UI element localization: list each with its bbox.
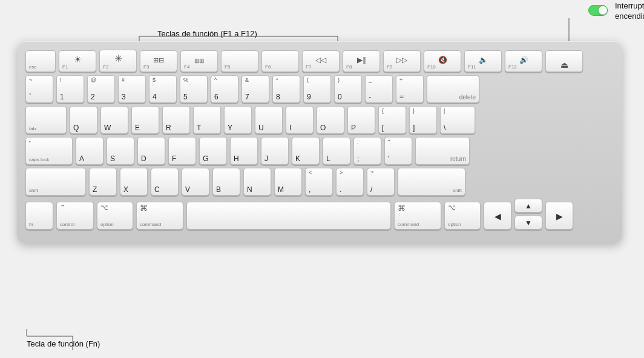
key-f6[interactable]: F6 xyxy=(261,50,299,72)
key-a[interactable]: A xyxy=(76,137,104,165)
key-t[interactable]: T xyxy=(193,106,221,134)
key-g[interactable]: G xyxy=(199,137,227,165)
asdf-row: • caps lock A S D F G H J K L : ; " ' re… xyxy=(25,137,614,165)
key-n[interactable]: N xyxy=(243,168,271,196)
key-arrow-down[interactable]: ▼ xyxy=(514,216,542,230)
key-space[interactable] xyxy=(186,202,391,230)
key-7[interactable]: & 7 xyxy=(242,75,269,103)
key-1[interactable]: ! 1 xyxy=(56,75,84,103)
key-eject[interactable]: ⏏ xyxy=(545,50,583,72)
key-h[interactable]: H xyxy=(230,137,258,165)
key-f11[interactable]: 🔈 F11 xyxy=(464,50,502,72)
key-e[interactable]: E xyxy=(131,106,159,134)
key-f10[interactable]: 🔇 F10 xyxy=(424,50,461,72)
key-0[interactable]: ) 0 xyxy=(334,75,362,103)
bottom-row: fn ⌃ control ⌥ option ⌘ command ⌘ comman… xyxy=(25,199,614,230)
key-5[interactable]: % 5 xyxy=(180,75,208,103)
key-f4[interactable]: ⊞⊞ F4 xyxy=(180,50,218,72)
arrow-up-down: ▲ ▼ xyxy=(514,199,542,230)
key-c[interactable]: C xyxy=(151,168,179,196)
toggle-knob xyxy=(599,6,607,15)
key-lbracket[interactable]: { [ xyxy=(378,106,406,134)
key-v[interactable]: V xyxy=(182,168,209,196)
key-f9[interactable]: ▷▷ F9 xyxy=(383,50,421,72)
key-f3[interactable]: ⊞⊟ F3 xyxy=(140,50,177,72)
key-delete[interactable]: delete xyxy=(427,75,479,103)
key-backtick[interactable]: ~ ` xyxy=(25,75,53,103)
key-backslash[interactable]: | \ xyxy=(440,106,475,134)
key-p[interactable]: P xyxy=(347,106,375,134)
function-keys-label: Teclas de función (F1 a F12) xyxy=(157,28,257,39)
key-shift-left[interactable]: shift xyxy=(25,168,86,196)
key-return[interactable]: return xyxy=(415,137,470,165)
key-control[interactable]: ⌃ control xyxy=(56,202,94,230)
key-minus[interactable]: _ - xyxy=(365,75,393,103)
key-f12[interactable]: 🔊 F12 xyxy=(505,50,542,72)
number-row: ~ ` ! 1 @ 2 # 3 $ 4 % 5 ^ 6 & 7 xyxy=(25,75,614,103)
fn-key-row: esc ☀ F1 ✳ F2 ⊞⊟ F3 ⊞⊞ F4 F5 F6 ◁◁ F7 ▶‖ xyxy=(25,50,614,72)
key-u[interactable]: U xyxy=(255,106,283,134)
key-rbracket[interactable]: } ] xyxy=(409,106,437,134)
key-8[interactable]: * 8 xyxy=(272,75,300,103)
key-arrow-right[interactable]: ▶ xyxy=(545,202,573,230)
key-command-right[interactable]: ⌘ command xyxy=(394,202,441,230)
key-slash[interactable]: ? / xyxy=(367,168,395,196)
key-m[interactable]: M xyxy=(274,168,302,196)
fn-key-label: Tecla de función (Fn) xyxy=(27,338,100,349)
key-2[interactable]: @ 2 xyxy=(87,75,115,103)
key-f5[interactable]: F5 xyxy=(221,50,258,72)
key-shift-right[interactable]: shift xyxy=(398,168,465,196)
key-i[interactable]: I xyxy=(286,106,314,134)
key-f8[interactable]: ▶‖ F8 xyxy=(343,50,380,72)
key-quote[interactable]: " ' xyxy=(384,137,412,165)
key-d[interactable]: D xyxy=(137,137,165,165)
key-esc[interactable]: esc xyxy=(25,50,56,72)
key-y[interactable]: Y xyxy=(224,106,252,134)
key-f1[interactable]: ☀ F1 xyxy=(59,50,96,72)
key-arrow-up[interactable]: ▲ xyxy=(514,199,542,213)
key-3[interactable]: # 3 xyxy=(118,75,146,103)
arrow-keys-cluster: ◀ ▲ ▼ ▶ xyxy=(484,199,573,230)
key-comma[interactable]: < , xyxy=(305,168,333,196)
zxcv-row: shift Z X C V B N M < , > . ? / shift xyxy=(25,168,614,196)
key-caps-lock[interactable]: • caps lock xyxy=(25,137,73,165)
key-equal[interactable]: + = xyxy=(396,75,424,103)
key-command-left[interactable]: ⌘ command xyxy=(136,202,183,230)
key-6[interactable]: ^ 6 xyxy=(211,75,238,103)
key-q[interactable]: Q xyxy=(70,106,97,134)
key-arrow-left[interactable]: ◀ xyxy=(484,202,511,230)
key-z[interactable]: Z xyxy=(89,168,117,196)
key-4[interactable]: $ 4 xyxy=(149,75,177,103)
key-f7[interactable]: ◁◁ F7 xyxy=(302,50,340,72)
key-s[interactable]: S xyxy=(107,137,134,165)
key-x[interactable]: X xyxy=(120,168,148,196)
key-w[interactable]: W xyxy=(100,106,128,134)
key-9[interactable]: ( 9 xyxy=(303,75,331,103)
key-l[interactable]: L xyxy=(323,137,350,165)
key-tab[interactable]: tab xyxy=(25,106,67,134)
key-k[interactable]: K xyxy=(292,137,320,165)
power-toggle-indicator: Interruptor de encendido y apagado xyxy=(588,5,608,16)
power-toggle-switch xyxy=(588,5,608,16)
qwerty-row: tab Q W E R T Y U I O P { [ } ] | \ xyxy=(25,106,614,134)
key-period[interactable]: > . xyxy=(336,168,364,196)
key-option-left[interactable]: ⌥ option xyxy=(97,202,133,230)
key-f[interactable]: F xyxy=(168,137,196,165)
power-label: Interruptor de encendido y apagado xyxy=(615,1,644,22)
key-j[interactable]: J xyxy=(261,137,289,165)
key-option-right[interactable]: ⌥ option xyxy=(444,202,481,230)
key-b[interactable]: B xyxy=(212,168,240,196)
key-fn[interactable]: fn xyxy=(25,202,53,230)
key-o[interactable]: O xyxy=(317,106,344,134)
key-semicolon[interactable]: : ; xyxy=(353,137,381,165)
keyboard: esc ☀ F1 ✳ F2 ⊞⊟ F3 ⊞⊞ F4 F5 F6 ◁◁ F7 ▶‖ xyxy=(17,41,622,244)
key-r[interactable]: R xyxy=(162,106,190,134)
key-f2[interactable]: ✳ F2 xyxy=(99,50,137,72)
